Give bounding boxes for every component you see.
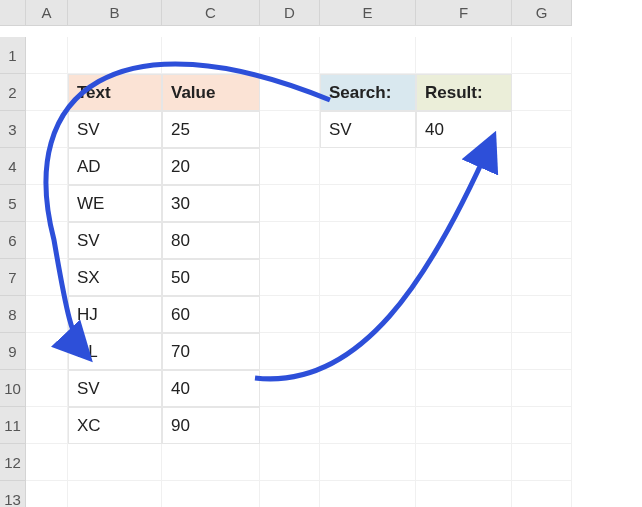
table-row[interactable]: SX [68, 259, 162, 296]
cell-D12[interactable] [260, 444, 320, 481]
cell-F11[interactable] [416, 407, 512, 444]
cell-F10[interactable] [416, 370, 512, 407]
cell-D4[interactable] [260, 148, 320, 185]
cell-D6[interactable] [260, 222, 320, 259]
col-header-A[interactable]: A [26, 0, 68, 26]
cell-G1[interactable] [512, 37, 572, 74]
cell-G9[interactable] [512, 333, 572, 370]
cell-G11[interactable] [512, 407, 572, 444]
cell-G7[interactable] [512, 259, 572, 296]
cell-E10[interactable] [320, 370, 416, 407]
table-row[interactable]: 20 [162, 148, 260, 185]
cell-A5[interactable] [26, 185, 68, 222]
table-row[interactable]: KL [68, 333, 162, 370]
cell-D8[interactable] [260, 296, 320, 333]
search-result[interactable]: 40 [416, 111, 512, 148]
cell-G3[interactable] [512, 111, 572, 148]
cell-A2[interactable] [26, 74, 68, 111]
cell-G8[interactable] [512, 296, 572, 333]
table-row[interactable]: 40 [162, 370, 260, 407]
cell-D3[interactable] [260, 111, 320, 148]
cell-E13[interactable] [320, 481, 416, 507]
table-row[interactable]: 30 [162, 185, 260, 222]
cell-F7[interactable] [416, 259, 512, 296]
cell-E8[interactable] [320, 296, 416, 333]
table-row[interactable]: 70 [162, 333, 260, 370]
cell-B1[interactable] [68, 37, 162, 74]
table-row[interactable]: 80 [162, 222, 260, 259]
cell-F12[interactable] [416, 444, 512, 481]
table-row[interactable]: AD [68, 148, 162, 185]
cell-A1[interactable] [26, 37, 68, 74]
cell-E11[interactable] [320, 407, 416, 444]
col-header-D[interactable]: D [260, 0, 320, 26]
search-term[interactable]: SV [320, 111, 416, 148]
cell-A12[interactable] [26, 444, 68, 481]
cell-A6[interactable] [26, 222, 68, 259]
header-result[interactable]: Result: [416, 74, 512, 111]
cell-G12[interactable] [512, 444, 572, 481]
table-row[interactable]: HJ [68, 296, 162, 333]
cell-B13[interactable] [68, 481, 162, 507]
table-row[interactable]: SV [68, 222, 162, 259]
cell-B12[interactable] [68, 444, 162, 481]
table-row[interactable]: 50 [162, 259, 260, 296]
cell-G5[interactable] [512, 185, 572, 222]
cell-C13[interactable] [162, 481, 260, 507]
cell-D13[interactable] [260, 481, 320, 507]
header-search[interactable]: Search: [320, 74, 416, 111]
cell-D7[interactable] [260, 259, 320, 296]
cell-A13[interactable] [26, 481, 68, 507]
col-header-B[interactable]: B [68, 0, 162, 26]
cell-D1[interactable] [260, 37, 320, 74]
cell-F1[interactable] [416, 37, 512, 74]
cell-G4[interactable] [512, 148, 572, 185]
header-text[interactable]: Text [68, 74, 162, 111]
row-header-1[interactable]: 1 [0, 37, 26, 74]
cell-G2[interactable] [512, 74, 572, 111]
cell-G13[interactable] [512, 481, 572, 507]
row-header-13[interactable]: 13 [0, 481, 26, 507]
table-row[interactable]: XC [68, 407, 162, 444]
cell-D10[interactable] [260, 370, 320, 407]
row-header-9[interactable]: 9 [0, 333, 26, 370]
col-header-E[interactable]: E [320, 0, 416, 26]
cell-A10[interactable] [26, 370, 68, 407]
table-row[interactable]: WE [68, 185, 162, 222]
cell-A11[interactable] [26, 407, 68, 444]
cell-A8[interactable] [26, 296, 68, 333]
table-row[interactable]: 25 [162, 111, 260, 148]
cell-E9[interactable] [320, 333, 416, 370]
row-header-7[interactable]: 7 [0, 259, 26, 296]
row-header-4[interactable]: 4 [0, 148, 26, 185]
cell-F8[interactable] [416, 296, 512, 333]
col-header-G[interactable]: G [512, 0, 572, 26]
cell-A3[interactable] [26, 111, 68, 148]
header-value[interactable]: Value [162, 74, 260, 111]
cell-E5[interactable] [320, 185, 416, 222]
row-header-12[interactable]: 12 [0, 444, 26, 481]
row-header-10[interactable]: 10 [0, 370, 26, 407]
cell-D2[interactable] [260, 74, 320, 111]
select-all-corner[interactable] [0, 0, 26, 26]
row-header-8[interactable]: 8 [0, 296, 26, 333]
table-row[interactable]: 90 [162, 407, 260, 444]
cell-F6[interactable] [416, 222, 512, 259]
cell-A9[interactable] [26, 333, 68, 370]
row-header-2[interactable]: 2 [0, 74, 26, 111]
cell-F13[interactable] [416, 481, 512, 507]
cell-F5[interactable] [416, 185, 512, 222]
cell-G6[interactable] [512, 222, 572, 259]
cell-E7[interactable] [320, 259, 416, 296]
table-row[interactable]: SV [68, 370, 162, 407]
table-row[interactable]: SV [68, 111, 162, 148]
table-row[interactable]: 60 [162, 296, 260, 333]
cell-D9[interactable] [260, 333, 320, 370]
row-header-11[interactable]: 11 [0, 407, 26, 444]
cell-C12[interactable] [162, 444, 260, 481]
cell-D5[interactable] [260, 185, 320, 222]
cell-F4[interactable] [416, 148, 512, 185]
cell-F9[interactable] [416, 333, 512, 370]
row-header-5[interactable]: 5 [0, 185, 26, 222]
cell-D11[interactable] [260, 407, 320, 444]
